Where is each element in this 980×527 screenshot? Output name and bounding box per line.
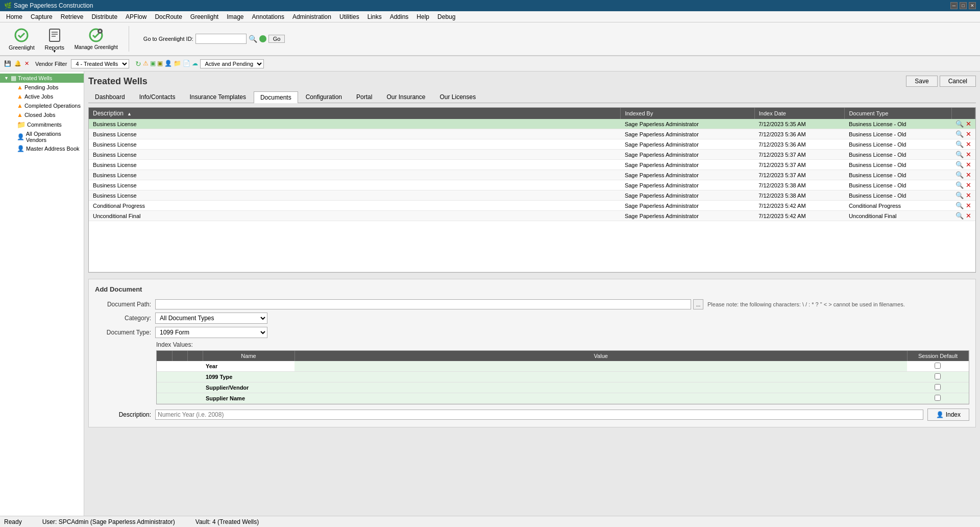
- menu-annotations[interactable]: Annotations: [248, 12, 288, 21]
- table-row[interactable]: Business License Sage Paperless Administ…: [89, 190, 975, 201]
- table-row[interactable]: Business License Sage Paperless Administ…: [89, 129, 975, 139]
- tab-our-insurance[interactable]: Our Insurance: [380, 91, 432, 103]
- vendor-filter-select[interactable]: 4 - Treated Wells: [71, 59, 129, 68]
- delete-document-icon[interactable]: ✕: [966, 181, 971, 189]
- index-value-cell[interactable]: [295, 372, 907, 382]
- tab-documents[interactable]: Documents: [254, 91, 298, 103]
- go-button[interactable]: Go: [268, 35, 285, 43]
- delete-document-icon[interactable]: ✕: [966, 120, 971, 128]
- bell-icon[interactable]: 🔔: [14, 60, 21, 67]
- index-value-cell[interactable]: [295, 382, 907, 393]
- view-document-icon[interactable]: 🔍: [955, 191, 964, 199]
- session-default-checkbox[interactable]: [935, 384, 941, 390]
- col-document-type[interactable]: Document Type: [845, 108, 952, 119]
- sidebar-item-master-address-book[interactable]: 👤 Master Address Book: [0, 144, 84, 153]
- reports-toolbar-btn[interactable]: Reports ▼: [39, 25, 70, 53]
- menu-docroute[interactable]: DocRoute: [151, 12, 186, 21]
- sidebar-item-pending-jobs[interactable]: ▲ Pending Jobs: [0, 83, 84, 92]
- view-document-icon[interactable]: 🔍: [955, 140, 964, 148]
- filter-icon1[interactable]: ▣: [150, 60, 156, 68]
- menu-home[interactable]: Home: [2, 12, 27, 21]
- delete-document-icon[interactable]: ✕: [966, 140, 971, 148]
- filter-icon3[interactable]: 👤: [164, 60, 172, 68]
- index-value-cell[interactable]: [295, 393, 907, 404]
- col-index-date[interactable]: Index Date: [754, 108, 845, 119]
- table-row[interactable]: Business License Sage Paperless Administ…: [89, 180, 975, 190]
- table-row[interactable]: Conditional Progress Sage Paperless Admi…: [89, 201, 975, 211]
- sidebar-item-commitments[interactable]: 📁 Commitments: [0, 119, 84, 130]
- delete-document-icon[interactable]: ✕: [966, 171, 971, 179]
- table-row[interactable]: Business License Sage Paperless Administ…: [89, 160, 975, 170]
- greenlight-id-input[interactable]: [195, 34, 247, 44]
- sidebar-item-treated-wells[interactable]: ▼ ▦ Treated Wells: [0, 74, 84, 83]
- session-default-checkbox[interactable]: [935, 373, 941, 379]
- index-value-input[interactable]: [298, 395, 904, 401]
- menu-administration[interactable]: Administration: [288, 12, 335, 21]
- save-button[interactable]: Save: [906, 76, 937, 87]
- tab-dashboard[interactable]: Dashboard: [88, 91, 132, 103]
- sidebar-item-closed-jobs[interactable]: ▲ Closed Jobs: [0, 110, 84, 119]
- delete-document-icon[interactable]: ✕: [966, 202, 971, 209]
- maximize-btn[interactable]: □: [960, 2, 967, 9]
- index-value-input[interactable]: [298, 374, 904, 380]
- table-row[interactable]: Business License Sage Paperless Administ…: [89, 150, 975, 160]
- manage-greenlight-toolbar-btn[interactable]: Manage Greenlight: [70, 25, 122, 53]
- index-value-cell[interactable]: [295, 361, 907, 372]
- active-pending-select[interactable]: Active and Pending: [200, 59, 264, 68]
- view-document-icon[interactable]: 🔍: [955, 212, 964, 220]
- filter-icon2[interactable]: ▣: [157, 60, 163, 68]
- description-input[interactable]: [155, 410, 923, 420]
- delete-document-icon[interactable]: ✕: [966, 151, 971, 158]
- tab-configuration[interactable]: Configuration: [299, 91, 349, 103]
- view-document-icon[interactable]: 🔍: [955, 130, 964, 138]
- tab-portal[interactable]: Portal: [350, 91, 379, 103]
- filter-icon4[interactable]: 📁: [174, 60, 181, 68]
- table-row[interactable]: Business License Sage Paperless Administ…: [89, 119, 975, 129]
- browse-button[interactable]: ...: [693, 299, 703, 309]
- delete-document-icon[interactable]: ✕: [966, 130, 971, 138]
- view-document-icon[interactable]: 🔍: [955, 120, 964, 128]
- menu-addins[interactable]: Addins: [386, 12, 413, 21]
- tab-insurance-templates[interactable]: Insurance Templates: [183, 91, 253, 103]
- delete-document-icon[interactable]: ✕: [966, 161, 971, 169]
- cancel-button[interactable]: Cancel: [940, 76, 976, 87]
- index-value-input[interactable]: [298, 363, 904, 369]
- sidebar-item-completed-ops[interactable]: ▲ Completed Operations: [0, 101, 84, 110]
- close-btn[interactable]: ✕: [969, 2, 976, 9]
- session-default-checkbox[interactable]: [935, 395, 941, 401]
- document-type-select[interactable]: 1099 Form: [155, 327, 267, 338]
- category-select[interactable]: All Document Types: [155, 313, 267, 324]
- save-icon[interactable]: 💾: [4, 60, 11, 67]
- table-row[interactable]: Business License Sage Paperless Administ…: [89, 139, 975, 150]
- menu-links[interactable]: Links: [363, 12, 386, 21]
- greenlight-toolbar-btn[interactable]: Greenlight: [4, 25, 39, 53]
- menu-help[interactable]: Help: [412, 12, 433, 21]
- delete-document-icon[interactable]: ✕: [966, 212, 971, 220]
- index-value-input[interactable]: [298, 385, 904, 391]
- menu-utilities[interactable]: Utilities: [335, 12, 363, 21]
- search-icon[interactable]: 🔍: [249, 35, 257, 43]
- minimize-btn[interactable]: ─: [950, 2, 958, 9]
- sidebar-item-active-jobs[interactable]: ▲ Active Jobs: [0, 92, 84, 101]
- table-row[interactable]: Unconditional Final Sage Paperless Admin…: [89, 211, 975, 221]
- menu-image[interactable]: Image: [223, 12, 248, 21]
- menu-retrieve[interactable]: Retrieve: [57, 12, 88, 21]
- sidebar-item-all-ops-vendors[interactable]: 👤 All Operations Vendors: [0, 130, 84, 144]
- refresh-icon[interactable]: ↻: [135, 60, 141, 68]
- view-document-icon[interactable]: 🔍: [955, 151, 964, 158]
- tab-our-licenses[interactable]: Our Licenses: [433, 91, 482, 103]
- warning-icon[interactable]: ⚠: [143, 60, 149, 68]
- col-description[interactable]: Description ▲: [89, 108, 621, 119]
- col-indexed-by[interactable]: Indexed By: [621, 108, 754, 119]
- session-default-checkbox[interactable]: [935, 363, 941, 369]
- menu-greenlight[interactable]: Greenlight: [186, 12, 223, 21]
- delete-document-icon[interactable]: ✕: [966, 191, 971, 199]
- menu-apflow[interactable]: APFlow: [121, 12, 151, 21]
- view-document-icon[interactable]: 🔍: [955, 171, 964, 179]
- view-document-icon[interactable]: 🔍: [955, 161, 964, 169]
- view-document-icon[interactable]: 🔍: [955, 202, 964, 209]
- table-row[interactable]: Business License Sage Paperless Administ…: [89, 170, 975, 180]
- close-icon[interactable]: ✕: [24, 60, 29, 67]
- menu-distribute[interactable]: Distribute: [87, 12, 121, 21]
- filter-icon5[interactable]: 📄: [183, 60, 190, 68]
